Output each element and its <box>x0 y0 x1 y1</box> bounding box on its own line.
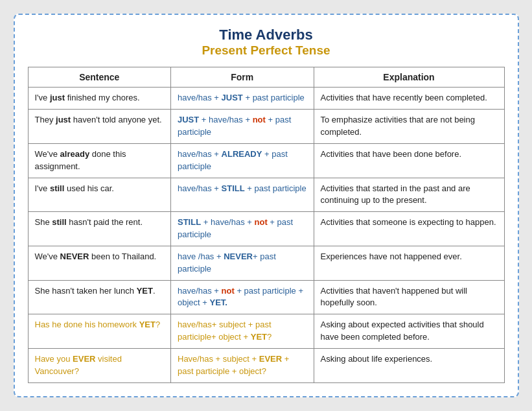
explanation-cell: Activities that started in the past and … <box>314 178 504 212</box>
form-cell: have/has + STILL + past participle <box>171 178 314 212</box>
table-row: I've still used his car.have/has + STILL… <box>28 178 504 212</box>
table-row: She hasn't taken her lunch YET.have/has … <box>28 280 504 314</box>
sub-title: Present Perfect Tense <box>28 43 505 58</box>
header-form: Form <box>171 67 314 88</box>
form-cell: have/has + not + past participle + objec… <box>171 280 314 314</box>
form-cell: have/has + JUST + past participle <box>171 88 314 110</box>
form-cell: have/has + ALREADY + past participle <box>171 143 314 178</box>
explanation-cell: Activities that have recently been compl… <box>314 88 504 110</box>
form-cell: have/has+ subject + past participle+ obj… <box>171 314 314 349</box>
sentence-cell: She still hasn't paid the rent. <box>28 212 171 246</box>
title-block: Time Adverbs Present Perfect Tense <box>28 27 505 58</box>
form-cell: STILL + have/has + not + past participle <box>171 212 314 246</box>
table-row: They just haven't told anyone yet.JUST +… <box>28 110 504 144</box>
sentence-cell: We've NEVER been to Thailand. <box>28 246 171 280</box>
table-body: I've just finished my chores.have/has + … <box>28 88 504 382</box>
form-cell: Have/has + subject + EVER + past partici… <box>171 348 314 382</box>
table-row: Have you EVER visited Vancouver?Have/has… <box>28 348 504 382</box>
form-cell: JUST + have/has + not + past participle <box>171 110 314 144</box>
sentence-cell: We've already done this assignment. <box>28 143 171 178</box>
sentence-cell: Has he done his homework YET? <box>28 314 171 349</box>
table-row: We've already done this assignment.have/… <box>28 143 504 178</box>
sentence-cell: I've just finished my chores. <box>28 88 171 110</box>
explanation-cell: To emphasize activities that are not bei… <box>314 110 504 144</box>
sentence-cell: I've still used his car. <box>28 178 171 212</box>
header-sentence: Sentence <box>28 67 171 88</box>
table-row: We've NEVER been to Thailand.have /has +… <box>28 246 504 280</box>
main-table: Sentence Form Explanation I've just fini… <box>28 67 505 382</box>
table-row: She still hasn't paid the rent.STILL + h… <box>28 212 504 246</box>
explanation-cell: Activities that haven't happened but wil… <box>314 280 504 314</box>
table-row: I've just finished my chores.have/has + … <box>28 88 504 110</box>
explanation-cell: Activities that someone is expecting to … <box>314 212 504 246</box>
main-title: Time Adverbs <box>28 27 505 43</box>
sentence-cell: They just haven't told anyone yet. <box>28 110 171 144</box>
explanation-cell: Asking about expected activities that sh… <box>314 314 504 349</box>
explanation-cell: Activities that have been done before. <box>314 143 504 178</box>
sentence-cell: She hasn't taken her lunch YET. <box>28 280 171 314</box>
explanation-cell: Asking about life experiences. <box>314 348 504 382</box>
table-header-row: Sentence Form Explanation <box>28 67 504 88</box>
main-card: Time Adverbs Present Perfect Tense Sente… <box>14 14 519 397</box>
header-explanation: Explanation <box>314 67 504 88</box>
explanation-cell: Experiences have not happened ever. <box>314 246 504 280</box>
form-cell: have /has + NEVER+ past participle <box>171 246 314 280</box>
table-row: Has he done his homework YET?have/has+ s… <box>28 314 504 349</box>
sentence-cell: Have you EVER visited Vancouver? <box>28 348 171 382</box>
